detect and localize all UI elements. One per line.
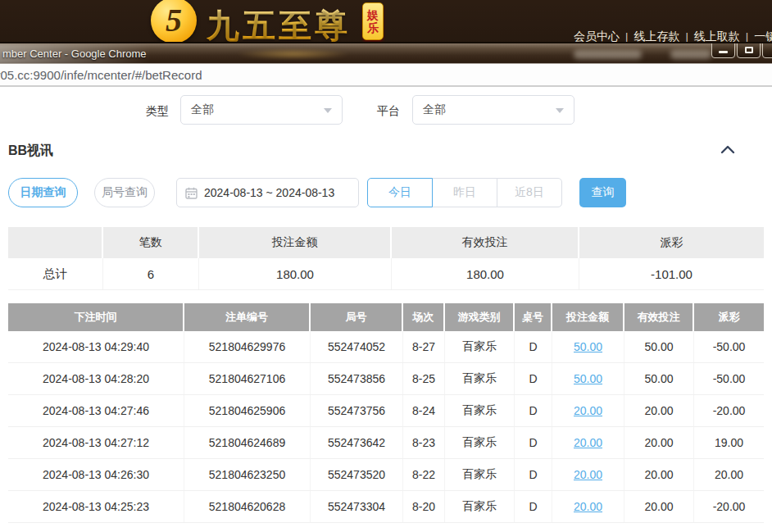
header-round-number: 局号 bbox=[311, 303, 403, 331]
nav-separator: | bbox=[746, 30, 748, 43]
valid-bet-cell: 20.00 bbox=[624, 395, 694, 426]
game-type-cell: 百家乐 bbox=[445, 459, 515, 490]
table-row: 2024-08-13 04:28:20521804627106552473856… bbox=[8, 363, 764, 395]
round-number-cell: 552473520 bbox=[311, 459, 403, 490]
titlebar-decoration bbox=[236, 48, 351, 60]
window-titlebar: mber Center - Google Chrome bbox=[0, 42, 772, 63]
chevron-down-icon bbox=[324, 108, 332, 113]
type-filter-select[interactable]: 全部 bbox=[180, 95, 343, 125]
table-row: 2024-08-13 04:29:40521804629976552474052… bbox=[8, 331, 764, 363]
nav-separator: | bbox=[625, 30, 628, 43]
table-row: 2024-08-13 04:25:23521804620628552473304… bbox=[8, 491, 764, 523]
maximize-button[interactable] bbox=[737, 42, 761, 58]
platform-filter-select[interactable]: 全部 bbox=[412, 95, 574, 125]
date-range-value: 2024-08-13 ~ 2024-08-13 bbox=[204, 186, 334, 199]
logo-number: 5 bbox=[166, 4, 182, 37]
entertainment-badge: 娱 乐 bbox=[362, 2, 384, 40]
header-valid-bet: 有效投注 bbox=[624, 303, 694, 331]
summary-table: 笔数 投注金额 有效投注 派彩 总计 6 180.00 180.00 -101.… bbox=[8, 227, 764, 290]
bet-time-cell: 2024-08-13 04:27:46 bbox=[8, 395, 184, 426]
session-cell: 8-24 bbox=[403, 395, 445, 426]
summary-header-row: 笔数 投注金额 有效投注 派彩 bbox=[8, 227, 764, 258]
round-number-cell: 552474052 bbox=[311, 331, 403, 362]
payout-cell: -20.00 bbox=[694, 491, 764, 522]
header-table-number: 桌号 bbox=[515, 303, 552, 331]
table-row: 2024-08-13 04:27:46521804625906552473756… bbox=[8, 395, 764, 427]
bet-number-cell: 521804624689 bbox=[184, 427, 311, 458]
minimize-icon bbox=[719, 51, 728, 53]
payout-cell: 19.00 bbox=[694, 427, 764, 458]
header-session: 场次 bbox=[403, 303, 445, 331]
game-type-cell: 百家乐 bbox=[445, 395, 515, 426]
bet-amount-link[interactable]: 50.00 bbox=[574, 372, 602, 385]
payout-cell: 20.00 bbox=[694, 459, 764, 490]
round-number-cell: 552473642 bbox=[311, 427, 403, 458]
close-button[interactable] bbox=[762, 42, 772, 58]
header-game-type: 游戏类别 bbox=[445, 303, 515, 331]
summary-bet-amount-value: 180.00 bbox=[199, 258, 392, 289]
brand-logo-icon: 5 bbox=[151, 0, 197, 43]
session-cell: 8-22 bbox=[403, 459, 445, 490]
nav-member-center[interactable]: 会员中心 bbox=[574, 30, 620, 43]
bet-record-page: 类型 全部 平台 全部 BB视讯 日期查询 局号查询 2024-08-13 ~ … bbox=[0, 87, 772, 532]
yesterday-button[interactable]: 昨日 bbox=[432, 178, 497, 207]
platform-filter-label: 平台 bbox=[377, 104, 400, 119]
search-button[interactable]: 查询 bbox=[579, 178, 626, 207]
bet-number-cell: 521804627106 bbox=[184, 363, 311, 394]
table-number-cell: D bbox=[515, 363, 552, 394]
nav-online-withdraw[interactable]: 线上取款 bbox=[694, 30, 740, 43]
today-button[interactable]: 今日 bbox=[367, 178, 433, 207]
table-number-cell: D bbox=[515, 459, 552, 490]
tab-round-query[interactable]: 局号查询 bbox=[94, 178, 155, 207]
nav-online-deposit[interactable]: 线上存款 bbox=[633, 30, 679, 43]
payout-cell: -20.00 bbox=[694, 395, 764, 426]
search-button-label: 查询 bbox=[592, 185, 615, 200]
round-number-cell: 552473856 bbox=[311, 363, 403, 394]
summary-header-bet-amount: 投注金额 bbox=[199, 227, 392, 258]
bet-time-cell: 2024-08-13 04:28:20 bbox=[8, 363, 184, 394]
yesterday-label: 昨日 bbox=[453, 185, 476, 200]
bet-amount-cell: 20.00 bbox=[552, 459, 624, 490]
round-query-label: 局号查询 bbox=[102, 185, 148, 200]
bet-amount-link[interactable]: 20.00 bbox=[574, 404, 602, 417]
bet-amount-cell: 20.00 bbox=[552, 491, 624, 522]
blurred-balance bbox=[670, 50, 711, 59]
platform-filter-value: 全部 bbox=[423, 102, 446, 117]
bet-amount-link[interactable]: 20.00 bbox=[574, 468, 602, 481]
game-type-cell: 百家乐 bbox=[445, 491, 515, 522]
table-number-cell: D bbox=[515, 427, 552, 458]
summary-header-count: 笔数 bbox=[103, 227, 199, 258]
bet-number-cell: 521804620628 bbox=[184, 491, 311, 522]
bet-amount-link[interactable]: 20.00 bbox=[574, 436, 602, 449]
detail-rows: 2024-08-13 04:29:40521804629976552474052… bbox=[8, 331, 764, 523]
last-8-days-button[interactable]: 近8日 bbox=[497, 178, 562, 207]
round-number-cell: 552473304 bbox=[311, 491, 403, 522]
game-type-cell: 百家乐 bbox=[445, 427, 515, 458]
nav-one-click[interactable]: 一键转 bbox=[754, 30, 772, 43]
blurred-user-info bbox=[574, 50, 642, 59]
quick-range-segment: 今日 昨日 近8日 bbox=[367, 178, 562, 207]
session-cell: 8-25 bbox=[403, 363, 445, 394]
address-bar[interactable]: v05.cc:9900/infe/mcenter/#/betRecord bbox=[0, 63, 772, 87]
today-label: 今日 bbox=[388, 185, 411, 200]
bet-detail-table: 下注时间 注单编号 局号 场次 游戏类别 桌号 投注金额 有效投注 派彩 202… bbox=[8, 303, 764, 523]
bet-amount-link[interactable]: 50.00 bbox=[574, 340, 602, 353]
bet-amount-cell: 50.00 bbox=[552, 331, 624, 362]
bet-amount-cell: 50.00 bbox=[552, 363, 624, 394]
bet-amount-link[interactable]: 20.00 bbox=[574, 500, 602, 513]
bet-time-cell: 2024-08-13 04:27:12 bbox=[8, 427, 184, 458]
summary-header-valid-bet: 有效投注 bbox=[392, 227, 579, 258]
date-range-input[interactable]: 2024-08-13 ~ 2024-08-13 bbox=[176, 178, 359, 207]
table-row: 2024-08-13 04:26:30521804623250552473520… bbox=[8, 459, 764, 491]
bet-number-cell: 521804623250 bbox=[184, 459, 311, 490]
summary-total-label: 总计 bbox=[8, 258, 103, 289]
valid-bet-cell: 20.00 bbox=[624, 459, 694, 490]
tab-date-query[interactable]: 日期查询 bbox=[8, 178, 78, 207]
round-number-cell: 552473756 bbox=[311, 395, 403, 426]
collapse-section-button[interactable] bbox=[718, 142, 738, 158]
valid-bet-cell: 20.00 bbox=[624, 427, 694, 458]
header-payout: 派彩 bbox=[694, 303, 764, 331]
summary-header-payout: 派彩 bbox=[579, 227, 764, 258]
bet-time-cell: 2024-08-13 04:29:40 bbox=[8, 331, 184, 362]
minimize-button[interactable] bbox=[711, 42, 735, 58]
